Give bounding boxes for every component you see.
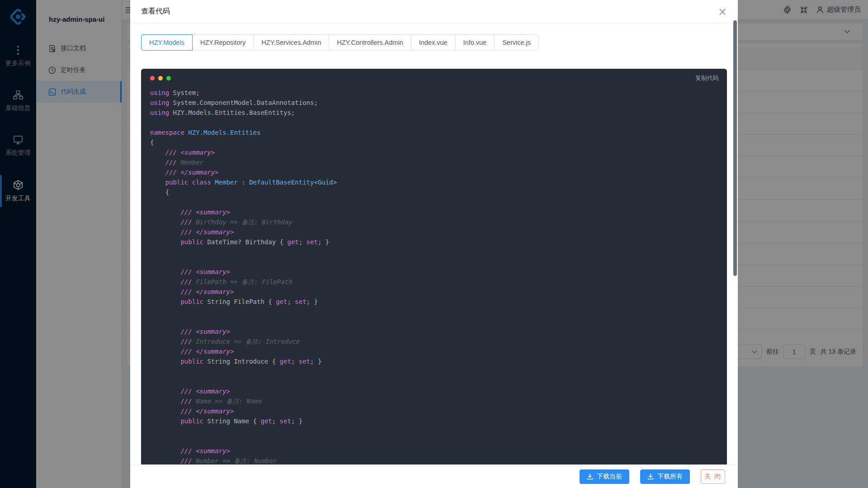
tab-hzy-services-admin[interactable]: HZY.Services.Admin (253, 34, 329, 51)
code-line: using System.ComponentModel.DataAnnotati… (150, 98, 719, 108)
download-all-label: 下载所有 (657, 473, 683, 481)
code-line (150, 197, 719, 207)
modal-scrollbar-thumb[interactable] (733, 20, 737, 276)
code-line: /// <summary> (150, 446, 719, 456)
download-icon (647, 474, 654, 480)
modal-footer: 下载当前 下载所有 关 闭 (130, 464, 738, 488)
close-button[interactable]: 关 闭 (701, 469, 725, 484)
code-line: /// </summary> (150, 346, 719, 356)
code-line: /// </summary> (150, 227, 719, 237)
code-line (150, 307, 719, 317)
code-line: { (150, 137, 719, 147)
code-line (150, 118, 719, 128)
tab-info-vue[interactable]: Info.vue (455, 34, 495, 51)
code-line: /// <summary> (150, 207, 719, 217)
tab-hzy-models[interactable]: HZY.Models (141, 34, 193, 51)
code-line (150, 436, 719, 446)
code-line: public String Introduce { get; set; } (150, 356, 719, 366)
code-line: { (150, 187, 719, 197)
window-traffic-lights (150, 74, 719, 81)
download-current-button[interactable]: 下载当前 (580, 469, 629, 484)
app-root: 更多示例 基础信息 系统管理 (0, 0, 868, 488)
code-line: /// </summary> (150, 406, 719, 416)
code-line: /// <summary> (150, 147, 719, 157)
code-line: public String Name { get; set; } (150, 416, 719, 426)
code-line: public DateTime? Birthday { get; set; } (150, 237, 719, 247)
view-code-modal: 查看代码 × HZY.ModelsHZY.RepositoryHZY.Servi… (130, 0, 738, 488)
code-block: 复制代码 using System;using System.Component… (141, 69, 727, 464)
tab-hzy-controllers-admin[interactable]: HZY.Controllers.Admin (329, 34, 411, 51)
tab-hzy-repository[interactable]: HZY.Repository (192, 34, 254, 51)
code-line: public String FilePath { get; set; } (150, 297, 719, 307)
code-line: /// Birthday => 备注: Birthday (150, 217, 719, 227)
tab-index-vue[interactable]: Index.vue (411, 34, 456, 51)
code-line: /// Introduce => 备注: Introduce (150, 336, 719, 346)
traffic-red-icon (150, 76, 155, 81)
code-line: /// Member (150, 157, 719, 167)
code-line: namespace HZY.Models.Entities (150, 128, 719, 137)
code-line: /// <summary> (150, 386, 719, 396)
code-tabs: HZY.ModelsHZY.RepositoryHZY.Services.Adm… (141, 34, 727, 51)
modal-header: 查看代码 × (130, 0, 738, 24)
code-line: /// Number => 备注: Number (150, 456, 719, 464)
code-line (150, 376, 719, 386)
code-line: /// <summary> (150, 327, 719, 336)
download-icon (587, 474, 593, 480)
code-line: using System; (150, 88, 719, 98)
traffic-yellow-icon (158, 76, 163, 81)
code-line: public class Member : DefaultBaseEntity<… (150, 177, 719, 187)
code-line: /// </summary> (150, 287, 719, 297)
download-all-button[interactable]: 下载所有 (640, 469, 690, 484)
code-line: /// Name => 备注: Name (150, 396, 719, 406)
code-line: /// <summary> (150, 267, 719, 277)
modal-body: HZY.ModelsHZY.RepositoryHZY.Services.Adm… (130, 24, 738, 464)
tab-service-js[interactable]: Service.js (494, 34, 539, 51)
close-icon[interactable]: × (718, 6, 727, 17)
code-line (150, 257, 719, 267)
code-line: /// FilePath => 备注: FilePath (150, 277, 719, 287)
code-line (150, 247, 719, 257)
code-line (150, 426, 719, 436)
download-current-label: 下载当前 (597, 473, 622, 481)
copy-code-button[interactable]: 复制代码 (695, 74, 719, 82)
traffic-green-icon (166, 76, 171, 81)
code-line: using HZY.Models.Entities.BaseEntitys; (150, 108, 719, 118)
code-line (150, 366, 719, 376)
code-line (150, 317, 719, 327)
code-content: using System;using System.ComponentModel… (150, 88, 719, 464)
modal-title: 查看代码 (141, 7, 170, 16)
code-line: /// </summary> (150, 167, 719, 177)
